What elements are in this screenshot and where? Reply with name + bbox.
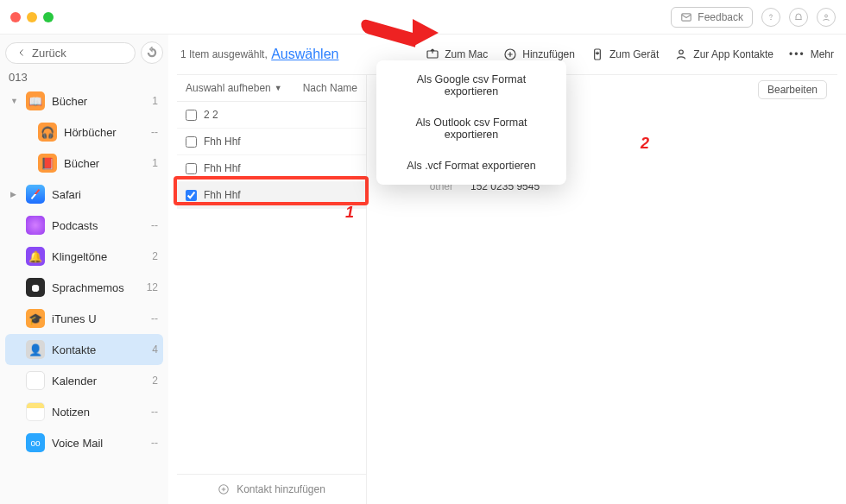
reload-icon bbox=[146, 47, 158, 59]
to-device-button[interactable]: Zum Gerät bbox=[590, 47, 659, 61]
minimize-window[interactable] bbox=[27, 12, 37, 22]
chevron-down-icon: ▼ bbox=[10, 97, 19, 105]
sidebar-item-books-group[interactable]: ▼ 📖 Bücher 1 bbox=[5, 85, 163, 117]
sidebar-item-count: 2 bbox=[144, 375, 158, 387]
export-dropdown: Als Google csv Format exportieren Als Ou… bbox=[376, 60, 566, 185]
memos-icon: ⏺ bbox=[26, 278, 45, 297]
add-contact-label: Kontakt hinzufügen bbox=[237, 483, 325, 495]
sidebar-item-podcasts[interactable]: Podcasts -- bbox=[5, 210, 163, 241]
svg-point-6 bbox=[679, 50, 684, 54]
sidebar-item-audiobooks[interactable]: 🎧 Hörbücher -- bbox=[17, 117, 163, 148]
contacts-icon: 👤 bbox=[26, 340, 45, 359]
sidebar-item-label: Notizen bbox=[52, 406, 137, 419]
sidebar-item-ringtones[interactable]: 🔔 Klingeltöne 2 bbox=[5, 241, 163, 272]
notes-icon bbox=[26, 402, 45, 421]
sidebar: Zurück 013 ▼ 📖 Bücher 1 🎧 Hörbücher -- 📕 bbox=[0, 35, 168, 504]
sidebar-item-count: 12 bbox=[144, 281, 158, 293]
back-button[interactable]: Zurück bbox=[5, 42, 136, 64]
calendar-icon: 5 bbox=[26, 371, 45, 390]
row-checkbox[interactable] bbox=[186, 136, 197, 148]
column-headers: Auswahl aufheben ▼ Nach Name bbox=[177, 75, 366, 102]
contact-name: 2 2 bbox=[204, 109, 218, 121]
contact-row[interactable]: Fhh Hhf bbox=[177, 155, 366, 182]
row-checkbox[interactable] bbox=[186, 163, 197, 174]
safari-icon bbox=[26, 185, 45, 204]
contact-list-pane: Auswahl aufheben ▼ Nach Name 2 2Fhh HhfF… bbox=[177, 75, 367, 504]
sidebar-item-voicememos[interactable]: ⏺ Sprachmemos 12 bbox=[5, 272, 163, 303]
help-button[interactable] bbox=[761, 8, 780, 27]
sidebar-item-count: 1 bbox=[144, 95, 158, 107]
ringtone-icon: 🔔 bbox=[26, 247, 45, 266]
export-to-mac-button[interactable]: Zum Mac bbox=[426, 47, 488, 61]
sidebar-item-calendar[interactable]: 5 Kalender 2 bbox=[5, 365, 163, 396]
more-icon: ••• bbox=[789, 48, 805, 60]
sidebar-item-label: Kontakte bbox=[52, 343, 137, 356]
audiobook-icon: 🎧 bbox=[38, 123, 57, 142]
sidebar-item-label: Podcasts bbox=[52, 219, 137, 232]
contact-name: Fhh Hhf bbox=[204, 135, 241, 148]
person-icon bbox=[674, 47, 688, 61]
sidebar-item-label: Voice Mail bbox=[52, 437, 137, 450]
add-label: Hinzufügen bbox=[522, 48, 575, 60]
sidebar-item-count: 2 bbox=[144, 250, 158, 262]
row-checkbox[interactable] bbox=[186, 110, 197, 121]
select-all-link[interactable]: Auswählen bbox=[271, 47, 338, 62]
maximize-window[interactable] bbox=[43, 12, 54, 22]
bell-icon bbox=[793, 12, 804, 22]
sidebar-item-count: -- bbox=[144, 126, 158, 138]
add-button[interactable]: Hinzufügen bbox=[503, 47, 575, 61]
sidebar-item-count: 4 bbox=[144, 343, 158, 356]
chevron-left-icon bbox=[16, 47, 27, 58]
help-icon bbox=[766, 12, 776, 22]
sidebar-item-count: -- bbox=[144, 219, 158, 231]
voicemail-icon: oo bbox=[26, 433, 45, 452]
export-google-csv[interactable]: Als Google csv Format exportieren bbox=[376, 64, 566, 107]
account-button[interactable] bbox=[817, 8, 836, 27]
feedback-label: Feedback bbox=[698, 11, 743, 23]
to-device-label: Zum Gerät bbox=[609, 48, 659, 60]
contact-row[interactable]: 2 2 bbox=[177, 102, 366, 129]
plus-circle-icon bbox=[218, 483, 230, 495]
to-mac-label: Zum Mac bbox=[445, 48, 488, 60]
sidebar-item-notes[interactable]: Notizen -- bbox=[5, 396, 163, 427]
sidebar-item-label: Bücher bbox=[64, 157, 137, 170]
sidebar-item-label: Sprachmemos bbox=[52, 281, 137, 294]
itunesu-icon: 🎓 bbox=[26, 309, 45, 328]
sidebar-item-label: Safari bbox=[52, 188, 137, 201]
sidebar-item-label: Klingeltöne bbox=[52, 250, 137, 263]
sidebar-item-itunesu[interactable]: 🎓 iTunes U -- bbox=[5, 303, 163, 334]
to-contacts-app-button[interactable]: Zur App Kontakte bbox=[674, 47, 773, 61]
export-outlook-csv[interactable]: Als Outlook csv Format exportieren bbox=[376, 107, 566, 150]
contact-row[interactable]: Fhh Hhf bbox=[177, 129, 366, 155]
row-checkbox[interactable] bbox=[186, 190, 197, 201]
reload-button[interactable] bbox=[141, 41, 163, 64]
contact-row[interactable]: Fhh Hhf bbox=[177, 182, 366, 209]
podcasts-icon bbox=[26, 216, 45, 235]
sidebar-item-count: -- bbox=[144, 406, 158, 418]
export-vcf[interactable]: Als .vcf Format exportieren bbox=[376, 150, 566, 181]
deselect-header[interactable]: Auswahl aufheben ▼ bbox=[186, 82, 303, 94]
sidebar-item-safari[interactable]: ▶ Safari bbox=[5, 179, 163, 210]
sidebar-item-count: 1 bbox=[144, 157, 158, 169]
annotation-1: 1 bbox=[345, 204, 354, 222]
contact-name: Fhh Hhf bbox=[204, 162, 241, 174]
sidebar-item-contacts[interactable]: 👤 Kontakte 4 bbox=[5, 334, 163, 365]
device-label: 013 bbox=[5, 64, 163, 85]
book-icon: 📕 bbox=[38, 154, 57, 173]
feedback-button[interactable]: Feedback bbox=[671, 7, 753, 28]
sort-by-name-header[interactable]: Nach Name bbox=[303, 82, 357, 94]
chevron-right-icon: ▶ bbox=[10, 190, 19, 198]
close-window[interactable] bbox=[10, 12, 21, 22]
export-icon bbox=[426, 47, 439, 61]
device-icon bbox=[590, 47, 604, 61]
more-button[interactable]: ••• Mehr bbox=[789, 48, 834, 60]
sidebar-item-voicemail[interactable]: oo Voice Mail -- bbox=[5, 427, 163, 458]
sidebar-item-books[interactable]: 📕 Bücher 1 bbox=[17, 148, 163, 179]
add-contact-button[interactable]: Kontakt hinzufügen bbox=[177, 474, 366, 504]
svg-point-1 bbox=[771, 19, 772, 20]
notifications-button[interactable] bbox=[789, 8, 808, 27]
sidebar-item-label: Bücher bbox=[52, 95, 137, 108]
edit-button[interactable]: Bearbeiten bbox=[758, 80, 827, 99]
chevron-down-icon: ▼ bbox=[275, 84, 282, 92]
sidebar-item-label: Hörbücher bbox=[64, 126, 137, 139]
